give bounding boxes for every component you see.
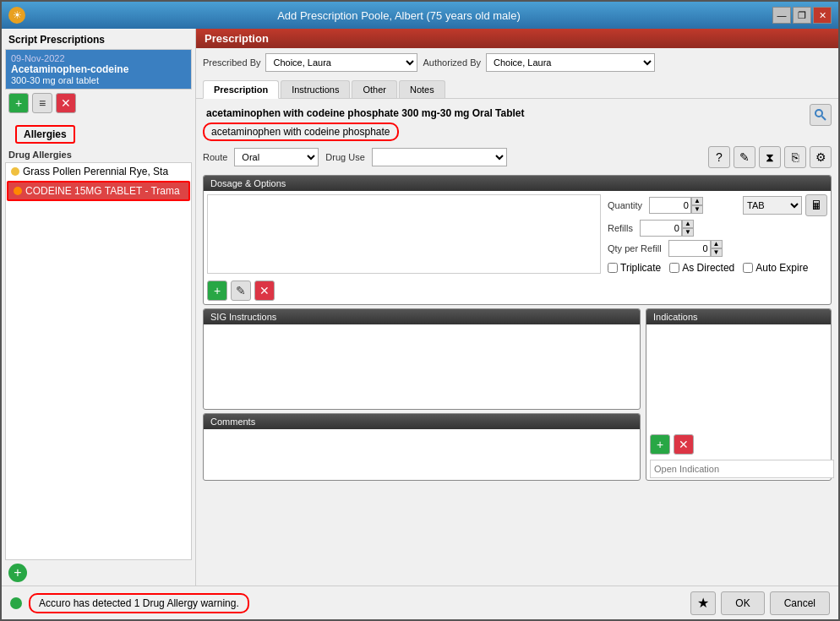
drug-use-label: Drug Use xyxy=(325,152,364,162)
add-indication-button[interactable]: + xyxy=(650,434,670,455)
tab-notes[interactable]: Notes xyxy=(399,80,445,98)
drug-short-name[interactable]: acetaminophen with codeine phosphate xyxy=(203,123,399,141)
indications-buttons: + ✕ xyxy=(646,431,831,458)
quantity-input[interactable] xyxy=(649,197,691,214)
minimize-button[interactable]: — xyxy=(772,7,791,24)
ok-button[interactable]: OK xyxy=(721,591,764,615)
allergy-dot-yellow xyxy=(11,167,19,176)
qty-per-refill-wrap: ▲ ▼ xyxy=(668,240,824,257)
script-drug-detail: 300-30 mg oral tablet xyxy=(11,75,186,85)
qty-per-refill-down[interactable]: ▼ xyxy=(711,248,723,257)
auto-expire-check-item: Auto Expire xyxy=(743,262,808,274)
indications-body xyxy=(646,324,831,431)
copy-icon-button[interactable]: ⎘ xyxy=(784,146,806,168)
star-button[interactable]: ★ xyxy=(690,591,716,615)
add-allergy-button[interactable]: + xyxy=(8,564,27,582)
quantity-down[interactable]: ▼ xyxy=(691,205,703,214)
allergy-list: Grass Pollen Perennial Rye, Sta CODEINE … xyxy=(5,162,192,560)
delete-dosage-button[interactable]: ✕ xyxy=(254,281,275,301)
open-indication-input[interactable] xyxy=(650,460,834,478)
drug-use-select[interactable] xyxy=(372,148,507,166)
dosage-header: Dosage & Options xyxy=(204,176,831,191)
allergy-item-highlighted: CODEINE 15MG TABLET - Trama xyxy=(7,181,190,201)
triplicate-label: Triplicate xyxy=(620,262,661,274)
sig-body xyxy=(204,324,640,409)
rx-tab-content: acetaminophen with codeine phosphate 300… xyxy=(196,99,838,586)
tab-instructions[interactable]: Instructions xyxy=(281,80,350,98)
indications-header: Indications xyxy=(646,309,831,324)
dosage-left-panel xyxy=(207,194,601,274)
comments-section: Comments xyxy=(203,413,641,481)
drug-full-name: acetaminophen with codeine phosphate 300… xyxy=(203,104,810,121)
sig-header: SIG Instructions xyxy=(204,309,640,324)
script-item[interactable]: 09-Nov-2022 Acetaminophen-codeine 300-30… xyxy=(6,50,191,89)
script-date: 09-Nov-2022 xyxy=(11,53,186,63)
allergy-text-highlighted: CODEINE 15MG TABLET - Trama xyxy=(25,185,180,197)
script-prescriptions-title: Script Prescriptions xyxy=(2,29,195,49)
qty-per-refill-up[interactable]: ▲ xyxy=(711,240,723,248)
status-message: Accuro has detected 1 Drug Allergy warni… xyxy=(29,593,249,613)
allergy-dot-orange xyxy=(14,187,22,195)
comments-header: Comments xyxy=(204,414,640,429)
main-content: Script Prescriptions 09-Nov-2022 Acetami… xyxy=(2,29,838,586)
close-button[interactable]: ✕ xyxy=(813,7,832,24)
help-icon-button[interactable]: ? xyxy=(708,146,730,168)
tab-other[interactable]: Other xyxy=(352,80,397,98)
calculator-button[interactable]: 🖩 xyxy=(805,194,827,216)
script-list: 09-Nov-2022 Acetaminophen-codeine 300-30… xyxy=(5,49,192,90)
quantity-unit-select[interactable]: TAB xyxy=(743,196,802,215)
indications-section: Indications + ✕ xyxy=(646,308,832,481)
title-bar: ☀ Add Prescription Poole, Albert (75 yea… xyxy=(2,2,838,29)
qty-per-refill-input[interactable] xyxy=(668,240,711,257)
delete-script-button[interactable]: ✕ xyxy=(56,93,76,113)
sidebar-bottom: + xyxy=(2,560,195,586)
auto-expire-checkbox[interactable] xyxy=(743,263,753,273)
bottom-area: SIG Instructions Comments Indications xyxy=(203,308,832,481)
status-dot xyxy=(10,597,22,609)
as-directed-checkbox[interactable] xyxy=(669,263,679,273)
refills-label: Refills xyxy=(608,223,636,233)
quantity-up[interactable]: ▲ xyxy=(691,197,703,205)
delete-indication-button[interactable]: ✕ xyxy=(674,434,694,455)
triplicate-checkbox[interactable] xyxy=(608,263,618,273)
as-directed-check-item: As Directed xyxy=(669,262,734,274)
prescription-header: Prescription xyxy=(196,29,838,48)
add-dosage-button[interactable]: + xyxy=(207,281,227,301)
auto-expire-label: Auto Expire xyxy=(755,262,808,274)
sidebar: Script Prescriptions 09-Nov-2022 Acetami… xyxy=(2,29,196,586)
search-drug-button[interactable] xyxy=(810,104,832,126)
authorized-by-label: Authorized By xyxy=(423,57,480,68)
refills-down[interactable]: ▼ xyxy=(682,228,694,237)
restore-button[interactable]: ❐ xyxy=(793,7,811,24)
tab-prescription[interactable]: Prescription xyxy=(203,80,279,99)
edit-dosage-button[interactable]: ✎ xyxy=(231,281,251,301)
script-buttons: + ≡ ✕ xyxy=(2,90,195,117)
prescriber-row: Prescribed By Choice, Laura Authorized B… xyxy=(203,53,832,72)
history-icon-button[interactable]: ⧗ xyxy=(759,146,781,168)
refills-up[interactable]: ▲ xyxy=(682,220,694,228)
settings-icon-button[interactable]: ⚙ xyxy=(810,146,832,168)
window-title: Add Prescription Poole, Albert (75 years… xyxy=(25,9,772,22)
route-select[interactable]: Oral xyxy=(234,148,319,166)
dosage-right-panel: Quantity ▲ ▼ xyxy=(608,194,827,274)
prescribed-by-label: Prescribed By xyxy=(203,57,260,68)
authorized-by-select[interactable]: Choice, Laura xyxy=(486,53,655,72)
status-buttons: ★ OK Cancel xyxy=(690,591,830,615)
prescribed-by-select[interactable]: Choice, Laura xyxy=(265,53,417,72)
edit-icon-button[interactable]: ✎ xyxy=(734,146,755,168)
svg-line-1 xyxy=(822,117,826,121)
tabs-bar: Prescription Instructions Other Notes xyxy=(196,80,838,99)
left-col: SIG Instructions Comments xyxy=(203,308,641,481)
add-script-button[interactable]: + xyxy=(8,93,29,113)
action-icons: ? ✎ ⧗ ⎘ ⚙ xyxy=(708,146,832,168)
qty-per-refill-spinner: ▲ ▼ xyxy=(711,240,723,257)
allergy-text: Grass Pollen Perennial Rye, Sta xyxy=(23,166,168,177)
cancel-button[interactable]: Cancel xyxy=(770,591,830,615)
drug-short-name-row: acetaminophen with codeine phosphate xyxy=(203,121,810,143)
edit-script-button[interactable]: ≡ xyxy=(32,93,52,113)
as-directed-label: As Directed xyxy=(682,262,734,274)
dosage-section: Dosage & Options Quantity ▲ ▼ xyxy=(203,175,832,305)
drug-allergies-title: Drug Allergies xyxy=(2,147,195,162)
allergy-item: Grass Pollen Perennial Rye, Sta xyxy=(6,163,191,180)
refills-input[interactable] xyxy=(640,220,682,237)
